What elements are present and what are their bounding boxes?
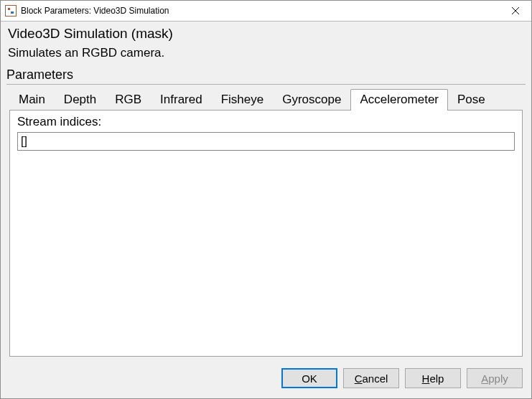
stream-indices-input[interactable] <box>17 132 515 151</box>
tab-fisheye[interactable]: Fisheye <box>212 89 274 110</box>
parameters-group: Parameters Main Depth RGB Infrared Fishe… <box>6 67 526 362</box>
tab-pose[interactable]: Pose <box>448 89 495 110</box>
tab-panel-accelerometer: Stream indices: <box>9 110 523 357</box>
help-button[interactable]: Help <box>405 368 461 388</box>
tab-gyroscope[interactable]: Gyroscope <box>273 89 350 110</box>
window-title: Block Parameters: Video3D Simulation <box>21 6 500 16</box>
ok-button-label: OK <box>302 372 317 385</box>
app-icon <box>5 5 17 17</box>
svg-rect-2 <box>11 11 14 14</box>
mask-header: Video3D Simulation (mask) Simulates an R… <box>1 22 531 67</box>
mask-title: Video3D Simulation (mask) <box>8 26 524 42</box>
titlebar: Block Parameters: Video3D Simulation <box>1 1 531 22</box>
tab-infrared[interactable]: Infrared <box>151 89 212 110</box>
close-icon <box>512 7 519 14</box>
close-button[interactable] <box>500 1 531 22</box>
tab-depth[interactable]: Depth <box>55 89 106 110</box>
tab-rgb[interactable]: RGB <box>106 89 151 110</box>
cancel-button-label: Cancel <box>355 372 388 385</box>
help-button-label: Help <box>422 372 444 385</box>
dialog-window: Block Parameters: Video3D Simulation Vid… <box>0 0 532 399</box>
parameters-label: Parameters <box>6 67 526 85</box>
stream-indices-label: Stream indices: <box>17 115 515 129</box>
apply-button-label: Apply <box>481 372 508 385</box>
tab-bar: Main Depth RGB Infrared Fisheye Gyroscop… <box>9 89 526 110</box>
ok-button[interactable]: OK <box>281 368 337 388</box>
tab-accelerometer[interactable]: Accelerometer <box>350 89 448 111</box>
cancel-button[interactable]: Cancel <box>343 368 399 388</box>
apply-button[interactable]: Apply <box>467 368 523 388</box>
tab-main[interactable]: Main <box>9 89 55 110</box>
svg-rect-1 <box>8 8 10 10</box>
mask-description: Simulates an RGBD camera. <box>8 46 524 60</box>
button-bar: OK Cancel Help Apply <box>1 362 531 398</box>
